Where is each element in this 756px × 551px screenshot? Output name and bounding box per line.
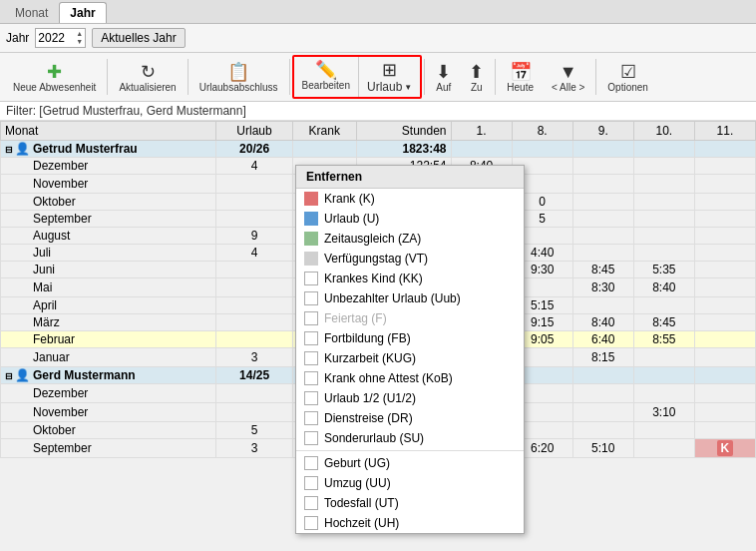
heute-button[interactable]: 📅 Heute [498, 58, 543, 97]
month-day-4 [694, 194, 755, 211]
month-name: Mai [1, 278, 216, 297]
dropdown-item-15[interactable]: Umzug (UU) [296, 473, 524, 493]
dropdown-color-9 [304, 371, 318, 385]
year-label: Jahr [6, 31, 29, 45]
tab-monat[interactable]: Monat [4, 2, 59, 23]
urlaub-button[interactable]: ⊞ Urlaub▼ [359, 57, 420, 97]
dropdown-item-10[interactable]: Urlaub 1/2 (U1/2) [296, 388, 524, 408]
month-day-3 [633, 384, 694, 403]
group-urlaub: 14/25 [216, 367, 292, 384]
neue-abwesenheit-button[interactable]: ✚ Neue Abwesenheit [4, 58, 105, 97]
dropdown-label-4: Krankes Kind (KK) [324, 272, 423, 285]
dropdown-color-10 [304, 391, 318, 405]
tab-jahr[interactable]: Jahr [59, 2, 106, 23]
dropdown-item-8[interactable]: Kurzarbeit (KUG) [296, 348, 524, 368]
group-day-4 [694, 367, 755, 384]
filter-label: Filter: [6, 104, 36, 118]
aktualisieren-button[interactable]: ↻ Aktualisieren [110, 58, 185, 97]
month-day-3: 5:35 [633, 262, 694, 278]
toolbar-sep-4 [424, 59, 425, 95]
year-input[interactable]: ▲ ▼ [35, 28, 86, 48]
month-day-3: 8:40 [633, 278, 694, 297]
optionen-button[interactable]: ☑ Optionen [598, 58, 657, 97]
dropdown-color-2 [304, 232, 318, 246]
month-urlaub: 5 [216, 422, 292, 439]
month-urlaub [216, 314, 292, 331]
dropdown-item-1[interactable]: Urlaub (U) [296, 209, 524, 229]
month-urlaub: 9 [216, 228, 292, 245]
month-day-4 [694, 331, 755, 348]
group-day-1 [512, 141, 572, 158]
month-day-2 [572, 403, 633, 422]
month-urlaub: 3 [216, 439, 292, 458]
month-name: Juni [1, 262, 216, 278]
dropdown-label-7: Fortbildung (FB) [324, 331, 411, 345]
alle-button[interactable]: ▼ < Alle > [543, 58, 593, 97]
dropdown-label-8: Kurzarbeit (KUG) [324, 351, 416, 365]
dropdown-color-14 [304, 456, 318, 470]
month-day-4 [694, 175, 755, 194]
month-name: September [1, 211, 216, 228]
month-day-2: 5:10 [572, 439, 633, 458]
group-day-0 [451, 141, 512, 158]
bearbeiten-button[interactable]: ✏️ Bearbeiten [294, 57, 359, 97]
group-urlaub: 20/26 [216, 141, 292, 158]
main-area: Monat Urlaub Krank Stunden 1. 8. 9. 10. … [0, 121, 756, 544]
filter-bar: Filter: [Getrud Musterfrau, Gerd Musterm… [0, 102, 756, 121]
auf-button[interactable]: ⬇ Auf [427, 58, 460, 97]
dropdown-item-6[interactable]: Feiertag (F) [296, 308, 524, 328]
month-day-3 [633, 348, 694, 367]
month-day-4 [694, 403, 755, 422]
col-header-d11: 11. [694, 122, 755, 141]
year-down-icon[interactable]: ▼ [76, 38, 83, 46]
dropdown-item-9[interactable]: Krank ohne Attest (KoB) [296, 368, 524, 388]
month-day-4 [694, 384, 755, 403]
dropdown-item-17[interactable]: Hochzeit (UH) [296, 513, 524, 533]
year-value[interactable] [38, 31, 76, 45]
dropdown-label-14: Geburt (UG) [324, 456, 390, 470]
month-urlaub: 3 [216, 348, 292, 367]
toolbar-sep-1 [107, 59, 108, 95]
month-urlaub [216, 278, 292, 297]
toolbar-sep-6 [595, 59, 596, 95]
col-header-d1: 1. [451, 122, 512, 141]
dropdown-color-17 [304, 516, 318, 530]
dropdown-label-6: Feiertag (F) [324, 311, 387, 325]
auf-icon: ⬇ [436, 62, 451, 82]
group-name: ⊟👤Getrud Musterfrau [1, 141, 216, 158]
month-urlaub [216, 262, 292, 278]
dropdown-header: Entfernen [296, 166, 524, 189]
dropdown-item-3[interactable]: Verfügungstag (VT) [296, 249, 524, 269]
toolbar-sep-3 [289, 59, 290, 95]
month-day-2 [572, 297, 633, 314]
dropdown-item-12[interactable]: Sonderurlaub (SU) [296, 428, 524, 448]
dropdown-item-11[interactable]: Dienstreise (DR) [296, 408, 524, 428]
dropdown-item-0[interactable]: Krank (K) [296, 189, 524, 209]
year-up-icon[interactable]: ▲ [76, 30, 83, 38]
month-name: Juli [1, 245, 216, 262]
month-urlaub [216, 331, 292, 348]
month-day-3 [633, 175, 694, 194]
zu-button[interactable]: ⬆ Zu [460, 58, 493, 97]
dropdown-color-6 [304, 311, 318, 325]
current-year-button[interactable]: Aktuelles Jahr [92, 28, 185, 48]
group-day-4 [694, 141, 755, 158]
dropdown-item-7[interactable]: Fortbildung (FB) [296, 328, 524, 348]
col-header-d9: 9. [572, 122, 633, 141]
month-day-2 [572, 384, 633, 403]
dropdown-item-4[interactable]: Krankes Kind (KK) [296, 269, 524, 288]
month-name: Dezember [1, 384, 216, 403]
heute-icon: 📅 [510, 62, 532, 82]
dropdown-label-11: Dienstreise (DR) [324, 411, 413, 425]
dropdown-color-15 [304, 476, 318, 490]
dropdown-item-14[interactable]: Geburt (UG) [296, 453, 524, 473]
dropdown-item-16[interactable]: Todesfall (UT) [296, 493, 524, 513]
dropdown-item-2[interactable]: Zeitausgleich (ZA) [296, 229, 524, 249]
dropdown-label-5: Unbezahlter Urlaub (Uub) [324, 291, 461, 305]
toolbar-sep-5 [495, 59, 496, 95]
month-day-2: 6:40 [572, 331, 633, 348]
month-name: Februar [1, 331, 216, 348]
dropdown-item-5[interactable]: Unbezahlter Urlaub (Uub) [296, 288, 524, 308]
month-day-4: K [694, 439, 755, 458]
urlaubsabschluss-button[interactable]: 📋 Urlaubsabschluss [190, 58, 287, 97]
